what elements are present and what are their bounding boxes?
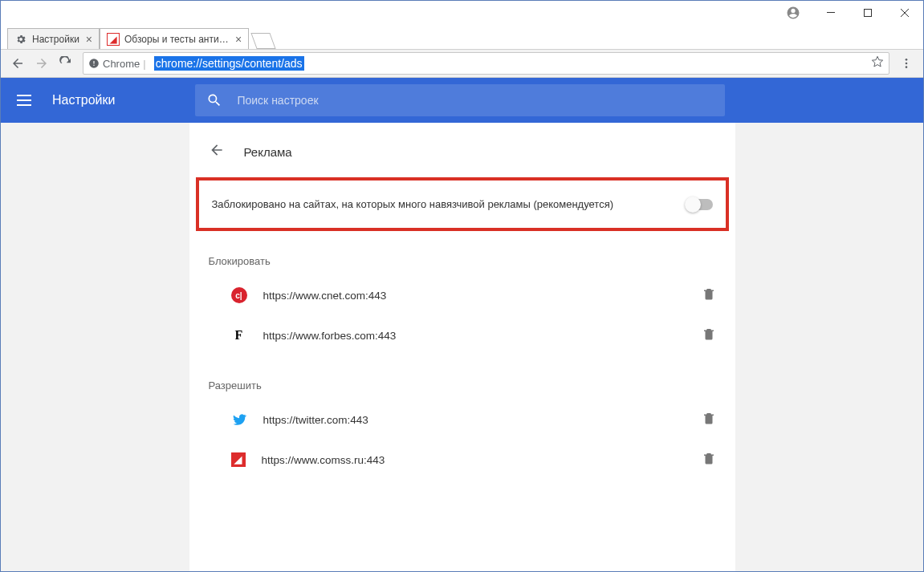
blocked-site-row[interactable]: c| https://www.cnet.com:443 <box>189 275 735 315</box>
site-favicon: F <box>231 327 247 343</box>
reload-button[interactable] <box>54 51 78 75</box>
svg-rect-1 <box>865 10 872 17</box>
site-url: https://www.cnet.com:443 <box>263 290 702 302</box>
tab-strip: Настройки × ◢ Обзоры и тесты антиви × <box>1 25 923 49</box>
site-url: https://www.comss.ru:443 <box>262 454 702 466</box>
tab-close-icon[interactable]: × <box>86 34 92 45</box>
window-close-button[interactable] <box>886 1 923 25</box>
search-icon <box>206 92 222 108</box>
site-info-icon[interactable]: Chrome | <box>88 58 149 70</box>
site-url: https://twitter.com:443 <box>263 414 702 426</box>
window-minimize-button[interactable] <box>812 1 849 25</box>
site-favicon: ◢ <box>231 452 246 467</box>
site-url: https://www.forbes.com:443 <box>263 330 702 342</box>
tab-title: Обзоры и тесты антиви <box>124 34 229 45</box>
search-placeholder: Поиск настроек <box>237 94 318 107</box>
address-bar[interactable]: Chrome | chrome://settings/content/ads <box>83 52 889 75</box>
svg-point-4 <box>906 59 908 61</box>
allow-section-title: Разрешить <box>189 355 735 400</box>
back-arrow-icon[interactable] <box>209 142 225 161</box>
settings-header: Настройки Поиск настроек <box>1 78 923 123</box>
tab-comss[interactable]: ◢ Обзоры и тесты антиви × <box>100 28 249 49</box>
svg-point-6 <box>906 66 908 68</box>
panel-header: Реклама <box>189 139 735 177</box>
chrome-menu-button[interactable] <box>894 51 918 75</box>
delete-icon[interactable] <box>702 327 716 344</box>
forward-button[interactable] <box>30 51 54 75</box>
tab-close-icon[interactable]: × <box>235 34 242 45</box>
content-area: Реклама Заблокировано на сайтах, на кото… <box>1 123 923 571</box>
delete-icon[interactable] <box>702 286 716 304</box>
new-tab-button[interactable] <box>251 33 276 49</box>
omnibox-prefix: Chrome <box>103 58 140 70</box>
header-title: Настройки <box>52 93 115 108</box>
allowed-site-row[interactable]: https://twitter.com:443 <box>189 400 735 440</box>
site-icon: ◢ <box>107 33 120 46</box>
blocked-site-row[interactable]: F https://www.forbes.com:443 <box>189 315 735 355</box>
site-favicon <box>231 412 247 428</box>
svg-rect-0 <box>827 12 835 13</box>
window-maximize-button[interactable] <box>849 1 886 25</box>
settings-search[interactable]: Поиск настроек <box>195 84 725 116</box>
profile-icon[interactable] <box>780 1 806 25</box>
toggle-label: Заблокировано на сайтах, на которых мног… <box>212 198 686 210</box>
toggle-switch[interactable] <box>686 199 713 210</box>
menu-icon[interactable] <box>17 91 36 110</box>
tab-settings[interactable]: Настройки × <box>7 28 100 49</box>
block-section-title: Блокировать <box>189 231 735 275</box>
bookmark-icon[interactable] <box>871 55 884 71</box>
toolbar: Chrome | chrome://settings/content/ads <box>1 49 923 78</box>
tab-title: Настройки <box>32 34 79 45</box>
window-titlebar <box>1 1 923 25</box>
delete-icon[interactable] <box>702 411 716 428</box>
back-button[interactable] <box>6 51 30 75</box>
omnibox-url: chrome://settings/content/ads <box>154 56 304 71</box>
ads-toggle-row[interactable]: Заблокировано на сайтах, на которых мног… <box>196 177 729 231</box>
svg-point-5 <box>906 63 908 65</box>
allowed-site-row[interactable]: ◢ https://www.comss.ru:443 <box>189 440 735 480</box>
delete-icon[interactable] <box>702 451 716 469</box>
gear-icon <box>14 33 27 46</box>
site-favicon: c| <box>231 287 247 303</box>
page-title: Реклама <box>244 145 292 159</box>
settings-panel: Реклама Заблокировано на сайтах, на кото… <box>189 123 735 571</box>
